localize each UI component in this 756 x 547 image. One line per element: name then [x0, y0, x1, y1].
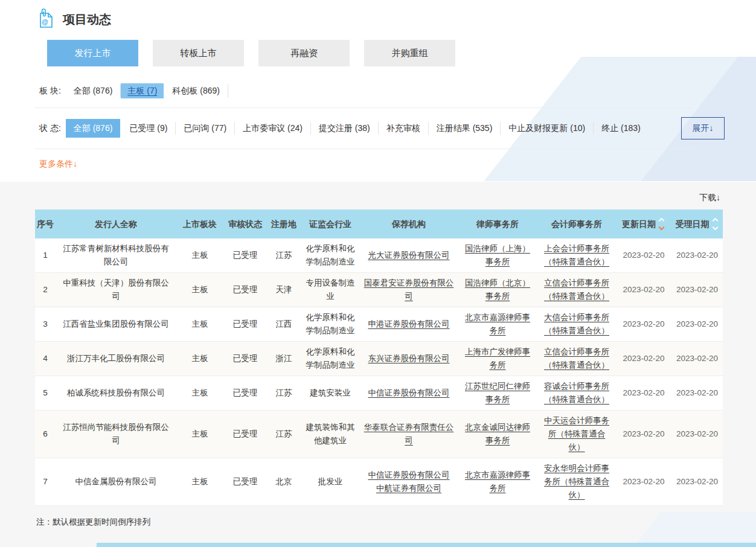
- sponsor-cell: 光大证券股份有限公司: [360, 238, 458, 273]
- status-option-accepted[interactable]: 已受理 (9): [121, 122, 176, 135]
- law-firm-cell-link[interactable]: 国浩律师（北京）事务所: [461, 277, 534, 303]
- board-cell: 主板: [176, 411, 223, 458]
- sponsor-cell: 申港证券股份有限公司: [360, 307, 458, 342]
- industry-cell: 专用设备制造业: [301, 273, 360, 307]
- accounting-firm-cell-link[interactable]: 上会会计师事务所（特殊普通合伙）: [541, 242, 612, 269]
- region-cell: 江苏: [267, 411, 301, 458]
- law-firm-cell-link[interactable]: 北京市嘉源律师事务所: [461, 469, 534, 495]
- industry-cell: 建筑装饰和其他建筑业: [301, 411, 360, 458]
- region-cell: 北京: [267, 458, 301, 506]
- column-header[interactable]: 更新日期: [616, 210, 671, 238]
- table-row: 1江苏常青树新材料科技股份有限公司主板已受理江苏化学原料和化学制品制造业光大证券…: [35, 238, 723, 273]
- issuer-cell: 江西省盐业集团股份有限公司: [56, 307, 176, 342]
- accept-date-cell: 2023-02-20: [671, 273, 723, 307]
- column-header-label: 更新日期: [622, 219, 656, 229]
- board-cell: 主板: [176, 307, 223, 342]
- board-option-main-board[interactable]: 主板 (7): [121, 83, 164, 98]
- board-filter-label: 板 块:: [39, 86, 61, 97]
- page-header: @ 项目动态: [0, 8, 756, 30]
- tab-bar: 发行上市 转板上市 再融资 并购重组: [47, 40, 756, 66]
- sponsor-cell-link[interactable]: 中信证券股份有限公司: [364, 469, 454, 482]
- update-date-cell: 2023-02-20: [616, 411, 671, 458]
- sort-carets[interactable]: [659, 217, 665, 231]
- column-header: 保荐机构: [360, 210, 458, 238]
- expand-button[interactable]: 展开↓: [681, 117, 725, 139]
- region-cell: 浙江: [267, 342, 301, 376]
- status-option-supplementary-review[interactable]: 补充审核: [379, 122, 429, 135]
- law-firm-cell: 国浩律师（北京）事务所: [458, 273, 537, 307]
- accounting-firm-cell-link[interactable]: 容诚会计师事务所（特殊普通合伙）: [541, 380, 612, 406]
- sponsor-cell-link[interactable]: 华泰联合证券有限责任公司: [364, 421, 454, 447]
- board-option-star-market[interactable]: 科创板 (869): [164, 85, 228, 97]
- sponsor-cell-link[interactable]: 中航证券有限公司: [364, 482, 454, 495]
- table-head-row: 序号发行人全称上市板块审核状态注册地证监会行业保荐机构律师事务所会计师事务所更新…: [35, 210, 723, 238]
- status-option-all[interactable]: 全部 (876): [66, 119, 121, 138]
- row-number-cell: 3: [35, 307, 56, 342]
- tab-ma-restructuring[interactable]: 并购重组: [364, 40, 455, 66]
- column-header: 上市板块: [176, 210, 223, 238]
- status-option-registration-submitted[interactable]: 提交注册 (38): [311, 122, 379, 135]
- table-row: 2中重科技（天津）股份有限公司主板已受理天津专用设备制造业国泰君安证券股份有限公…: [35, 273, 723, 307]
- accounting-firm-cell-link[interactable]: 立信会计师事务所（特殊普通合伙）: [541, 277, 612, 303]
- law-firm-cell-link[interactable]: 国浩律师（上海）事务所: [461, 242, 534, 269]
- law-firm-cell-link[interactable]: 北京金诚同达律师事务所: [461, 421, 534, 447]
- board-filter-row: 板 块: 全部 (876) 主板 (7) 科创板 (869): [39, 83, 725, 98]
- table-note: 注：默认根据更新时间倒序排列: [35, 506, 723, 539]
- accounting-firm-cell: 上会会计师事务所（特殊普通合伙）: [537, 238, 616, 273]
- sponsor-cell-link[interactable]: 国泰君安证券股份有限公司: [364, 277, 454, 303]
- sort-desc-icon[interactable]: [659, 225, 665, 231]
- board-options: 全部 (876) 主板 (7) 科创板 (869): [66, 83, 228, 98]
- update-date-cell: 2023-02-20: [616, 376, 671, 411]
- sort-carets[interactable]: [713, 217, 719, 231]
- status-option-inquired[interactable]: 已问询 (77): [176, 122, 235, 135]
- law-firm-cell-link[interactable]: 上海市广发律师事务所: [461, 345, 534, 372]
- accounting-firm-cell-link[interactable]: 中天运会计师事务所（特殊普通合伙）: [541, 414, 612, 454]
- sponsor-cell-link[interactable]: 申港证券股份有限公司: [364, 318, 454, 331]
- sponsor-cell-link[interactable]: 东兴证券股份有限公司: [364, 352, 454, 365]
- industry-cell: 化学原料和化学制品制造业: [301, 342, 360, 376]
- accept-date-cell: 2023-02-20: [671, 238, 723, 273]
- industry-cell: 批发业: [301, 458, 360, 506]
- sponsor-cell: 中信证券股份有限公司: [360, 376, 458, 411]
- more-conditions-link[interactable]: 更多条件↓: [39, 159, 77, 170]
- expand-down-arrow-icon: ↓: [710, 123, 714, 133]
- law-firm-cell: 国浩律师（上海）事务所: [458, 238, 537, 273]
- status-option-committee-review[interactable]: 上市委审议 (24): [235, 122, 311, 135]
- column-header[interactable]: 受理日期: [671, 210, 723, 238]
- accept-date-cell: 2023-02-20: [671, 411, 723, 458]
- status-options: 全部 (876) 已受理 (9) 已问询 (77) 上市委审议 (24) 提交注…: [66, 119, 649, 138]
- law-firm-cell: 北京金诚同达律师事务所: [458, 411, 537, 458]
- column-header-label: 受理日期: [676, 219, 710, 229]
- board-cell: 主板: [176, 342, 223, 376]
- law-firm-cell-link[interactable]: 江苏世纪同仁律师事务所: [461, 380, 534, 406]
- sort-asc-icon[interactable]: [659, 218, 665, 224]
- projects-table: 序号发行人全称上市板块审核状态注册地证监会行业保荐机构律师事务所会计师事务所更新…: [35, 210, 723, 506]
- status-option-terminated[interactable]: 终止 (183): [594, 122, 649, 135]
- row-number-cell: 4: [35, 342, 56, 376]
- tab-transfer-listing[interactable]: 转板上市: [153, 40, 244, 66]
- sort-desc-icon[interactable]: [712, 225, 718, 231]
- issuer-cell: 柏诚系统科技股份有限公司: [56, 376, 176, 411]
- sponsor-cell-link[interactable]: 光大证券股份有限公司: [364, 249, 454, 262]
- accept-date-cell: 2023-02-20: [671, 307, 723, 342]
- accounting-firm-cell-link[interactable]: 安永华明会计师事务所（特殊普通合伙）: [541, 462, 612, 502]
- accounting-firm-cell-link[interactable]: 大信会计师事务所（特殊普通合伙）: [541, 311, 612, 337]
- accounting-firm-cell: 大信会计师事务所（特殊普通合伙）: [537, 307, 616, 342]
- update-date-cell: 2023-02-20: [616, 307, 671, 342]
- tab-issue-listing[interactable]: 发行上市: [47, 40, 138, 66]
- sort-asc-icon[interactable]: [712, 218, 718, 224]
- board-option-all[interactable]: 全部 (876): [66, 85, 121, 97]
- download-link[interactable]: 下载↓: [699, 193, 720, 202]
- tab-refinancing[interactable]: 再融资: [258, 40, 350, 66]
- law-firm-cell: 北京市嘉源律师事务所: [458, 458, 537, 506]
- table-body: 1江苏常青树新材料科技股份有限公司主板已受理江苏化学原料和化学制品制造业光大证券…: [35, 238, 723, 506]
- table-row: 6江苏恒尚节能科技股份有限公司主板已受理江苏建筑装饰和其他建筑业华泰联合证券有限…: [35, 411, 723, 458]
- accounting-firm-cell-link[interactable]: 立信会计师事务所（特殊普通合伙）: [541, 345, 612, 372]
- column-header-label: 审核状态: [228, 219, 262, 229]
- column-header: 审核状态: [223, 210, 267, 238]
- status-option-suspended-updated[interactable]: 中止及财报更新 (10): [501, 122, 594, 135]
- law-firm-cell-link[interactable]: 北京市嘉源律师事务所: [461, 311, 534, 337]
- sponsor-cell-link[interactable]: 中信证券股份有限公司: [364, 386, 454, 400]
- law-firm-cell: 北京市嘉源律师事务所: [458, 307, 537, 342]
- status-option-registration-result[interactable]: 注册结果 (535): [429, 122, 501, 135]
